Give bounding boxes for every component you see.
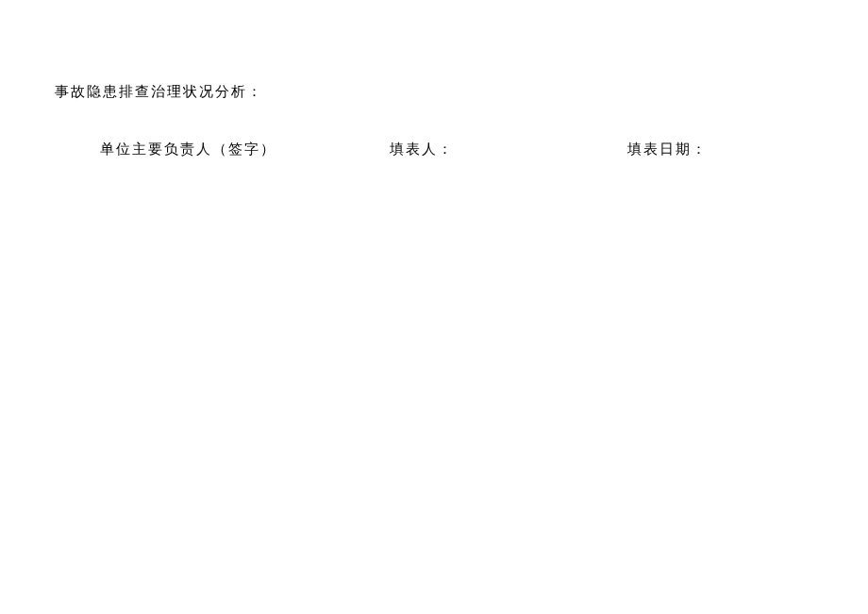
document-page: 事故隐患排查治理状况分析： 单位主要负责人（签字） 填表人： 填表日期： [0, 0, 868, 158]
preparer-label: 填表人： [390, 141, 454, 158]
section-title: 事故隐患排查治理状况分析： [55, 83, 813, 101]
date-label: 填表日期： [627, 141, 708, 158]
signature-row: 单位主要负责人（签字） 填表人： 填表日期： [55, 141, 813, 158]
responsible-person-label: 单位主要负责人（签字） [100, 141, 276, 158]
